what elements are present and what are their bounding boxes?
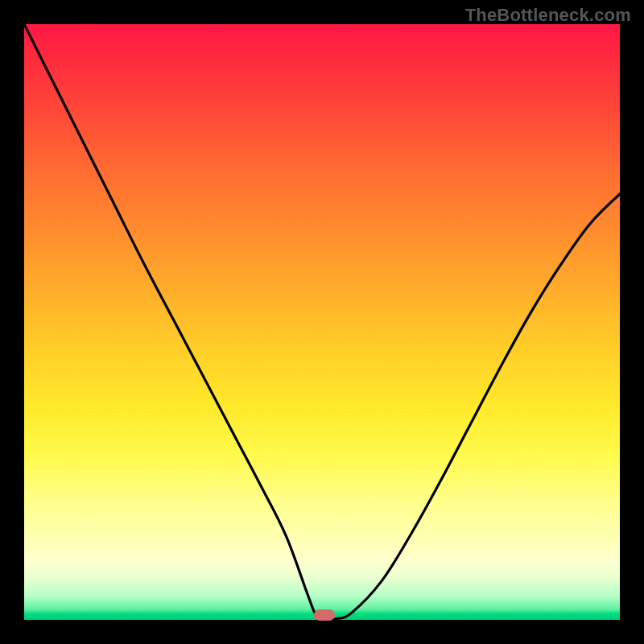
plot-area	[24, 24, 620, 620]
minimum-marker	[314, 609, 335, 621]
curve-svg	[24, 24, 620, 620]
watermark-text: TheBottleneck.com	[465, 5, 631, 26]
bottleneck-curve	[24, 24, 620, 619]
chart-frame: TheBottleneck.com	[0, 0, 644, 644]
